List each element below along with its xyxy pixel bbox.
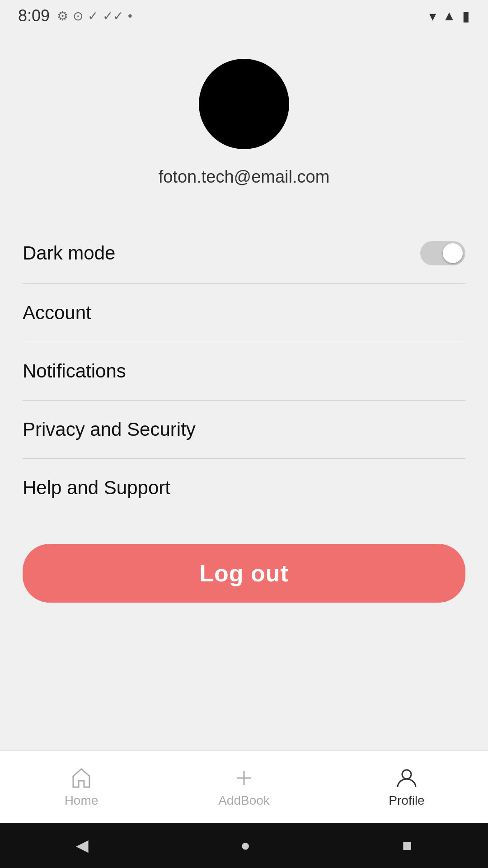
profile-icon xyxy=(395,766,418,790)
status-bar-right: ▾ ▲ ▮ xyxy=(429,8,470,24)
toggle-track xyxy=(420,241,465,265)
nav-home-label: Home xyxy=(65,793,99,808)
home-icon xyxy=(70,766,93,790)
nav-item-addbook[interactable]: AddBook xyxy=(163,766,325,808)
account-item[interactable]: Account xyxy=(23,284,465,342)
help-support-label: Help and Support xyxy=(23,477,170,499)
privacy-security-item[interactable]: Privacy and Security xyxy=(23,401,465,459)
system-nav: ◀ ● ■ xyxy=(0,823,488,868)
svg-point-2 xyxy=(402,770,411,779)
main-content: foton.tech@email.com Dark mode Account N… xyxy=(0,32,488,750)
dot-icon: • xyxy=(128,9,132,23)
notifications-label: Notifications xyxy=(23,360,126,382)
privacy-security-label: Privacy and Security xyxy=(23,419,196,440)
toggle-thumb xyxy=(443,243,463,263)
status-time: 8:09 xyxy=(18,6,50,25)
battery-icon: ▮ xyxy=(462,8,470,24)
settings-icon: ⚙ xyxy=(57,9,68,24)
help-support-item[interactable]: Help and Support xyxy=(23,459,465,517)
check-icon: ✓ xyxy=(88,9,98,24)
home-button[interactable]: ● xyxy=(240,836,250,855)
nav-addbook-label: AddBook xyxy=(218,793,270,808)
status-bar-left: 8:09 ⚙ ⊙ ✓ ✓✓ • xyxy=(18,6,132,25)
user-email: foton.tech@email.com xyxy=(159,167,330,187)
notifications-item[interactable]: Notifications xyxy=(23,342,465,401)
signal-icon: ▲ xyxy=(442,8,456,24)
wifi-icon: ▾ xyxy=(429,8,436,24)
settings-list: Dark mode Account Notifications Privacy … xyxy=(23,223,465,517)
nav-item-home[interactable]: Home xyxy=(0,766,163,808)
nav-profile-label: Profile xyxy=(389,793,424,808)
location-icon: ⊙ xyxy=(73,9,83,24)
avatar xyxy=(199,59,289,149)
logout-button[interactable]: Log out xyxy=(23,544,465,603)
account-label: Account xyxy=(23,302,91,324)
status-icons: ⚙ ⊙ ✓ ✓✓ • xyxy=(57,9,132,24)
nav-item-profile[interactable]: Profile xyxy=(325,766,488,808)
addbook-icon xyxy=(232,766,256,790)
avatar-container: foton.tech@email.com xyxy=(159,59,330,187)
double-check-icon: ✓✓ xyxy=(103,9,123,24)
bottom-nav: Home AddBook Profile xyxy=(0,750,488,823)
dark-mode-item[interactable]: Dark mode xyxy=(23,223,465,284)
recent-button[interactable]: ■ xyxy=(402,836,412,855)
status-bar: 8:09 ⚙ ⊙ ✓ ✓✓ • ▾ ▲ ▮ xyxy=(0,0,488,32)
logout-container: Log out xyxy=(23,517,465,621)
dark-mode-toggle[interactable] xyxy=(420,241,465,265)
back-button[interactable]: ◀ xyxy=(76,836,89,855)
dark-mode-label: Dark mode xyxy=(23,242,115,264)
